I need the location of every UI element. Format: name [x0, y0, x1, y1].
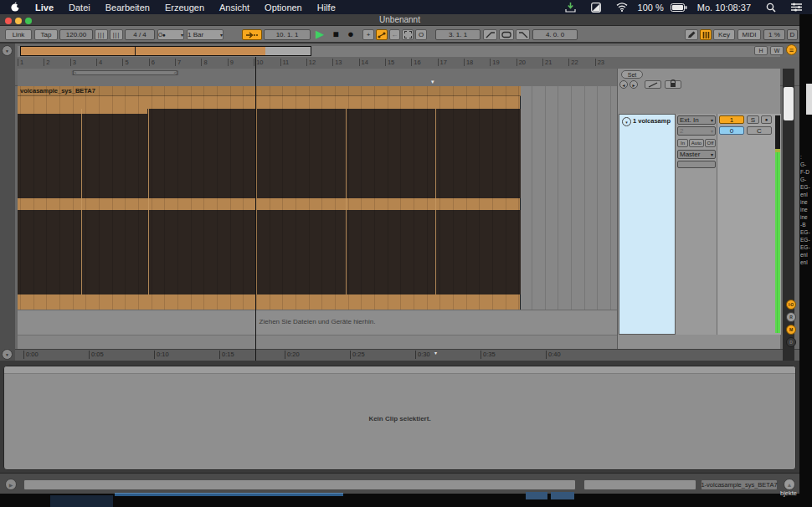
status-play-icon[interactable]: ▶: [5, 479, 17, 490]
loop-start-field[interactable]: 3. 1. 1: [435, 29, 481, 40]
draw-mode-button[interactable]: [685, 29, 698, 40]
spotlight-search-icon[interactable]: [766, 3, 776, 13]
midi-map-button[interactable]: MIDI: [737, 29, 761, 40]
reenable-automation-button[interactable]: ←: [389, 29, 400, 40]
apple-menu-icon[interactable]: [10, 2, 20, 13]
record-button[interactable]: ●: [344, 28, 357, 41]
stop-button[interactable]: ■: [329, 28, 342, 41]
monitor-off-button[interactable]: Off: [705, 139, 716, 147]
session-record-button[interactable]: O: [415, 29, 427, 40]
window-titlebar[interactable]: Unbenannt: [0, 14, 799, 26]
loop-brace[interactable]: ▷ ◁: [73, 70, 177, 75]
audio-clip[interactable]: volcasample_sys_BETA7: [18, 86, 521, 310]
menu-item-bearbeiten[interactable]: Bearbeiten: [105, 3, 150, 13]
punch-in-button[interactable]: [483, 29, 497, 40]
quantize-menu-button[interactable]: 1 Bar ▾: [187, 29, 224, 40]
lock-icon: [671, 83, 676, 87]
battery-percentage: 100 %: [638, 3, 664, 13]
display-menu-icon[interactable]: [591, 3, 601, 13]
show-delay-section-toggle[interactable]: D: [786, 337, 796, 347]
computer-midi-keyboard-button[interactable]: [700, 29, 712, 40]
show-browser-button[interactable]: ▼: [2, 45, 13, 56]
capture-selection-button[interactable]: [402, 29, 414, 40]
show-io-section-toggle[interactable]: I-O: [786, 300, 796, 310]
status-notification-icon[interactable]: ▲: [784, 479, 795, 490]
overdub-button[interactable]: +: [362, 29, 374, 40]
time-ruler[interactable]: ▾ 0:000:050:100:150:200:250:300:350:40: [15, 349, 799, 361]
output-chooser[interactable]: Master ▾: [677, 150, 716, 159]
desktop-bottom-strip: bjekte: [0, 494, 812, 507]
fade-toggle-button[interactable]: [645, 80, 661, 89]
download-status-icon[interactable]: [565, 3, 576, 13]
input-type-chooser[interactable]: Ext. In ▾: [677, 115, 716, 125]
key-map-button[interactable]: Key: [713, 29, 735, 40]
wifi-menu-icon[interactable]: [616, 3, 628, 12]
arrangement-position-field[interactable]: 10. 1. 1: [264, 29, 311, 40]
track-io-section: Ext. In ▾ 2 ▾ In Auto Off Master ▾: [676, 114, 717, 335]
menubar-clock[interactable]: Mo. 10:08:37: [697, 3, 751, 13]
play-button[interactable]: ▶: [313, 28, 326, 41]
zoom-width-button[interactable]: W: [770, 46, 784, 55]
desktop-text-line: -B: [800, 221, 812, 228]
track-volume-field[interactable]: 0: [719, 126, 744, 135]
drop-zone-lower[interactable]: [18, 335, 617, 349]
menu-item-datei[interactable]: Datei: [69, 3, 90, 13]
time-signature-field[interactable]: 4 / 4: [125, 29, 155, 40]
groove-amount-button[interactable]: O● ▾: [157, 29, 184, 40]
overview-viewport-box[interactable]: [20, 46, 311, 56]
nudge-up-button[interactable]: |||: [110, 29, 123, 40]
set-locator-button[interactable]: Set: [621, 70, 643, 79]
arrangement-view-toggle[interactable]: ≡: [786, 44, 797, 55]
next-locator-button[interactable]: ▸: [630, 80, 638, 89]
input-channel-chooser[interactable]: 2 ▾: [677, 126, 716, 136]
show-info-button[interactable]: ▼: [2, 349, 13, 360]
monitor-auto-button[interactable]: Auto: [689, 139, 704, 147]
tap-tempo-button[interactable]: Tap: [34, 29, 58, 40]
track-unfold-button[interactable]: ▾: [622, 117, 631, 126]
menu-item-ansicht[interactable]: Ansicht: [219, 3, 249, 13]
loop-switch-button[interactable]: [499, 29, 514, 40]
output-channel-box[interactable]: [677, 161, 716, 168]
follow-button[interactable]: [242, 29, 262, 40]
clip-transients: [18, 86, 521, 310]
clip-detail-panel[interactable]: Kein Clip selektiert.: [3, 366, 796, 470]
monitor-in-button[interactable]: In: [677, 139, 688, 147]
loop-length-field[interactable]: 4. 0. 0: [532, 29, 578, 40]
bar-ruler[interactable]: 1234567891011121314151617181920212223: [18, 58, 784, 67]
notification-center-icon[interactable]: [791, 3, 802, 12]
no-clip-message: Kein Clip selektiert.: [4, 415, 795, 422]
drop-zone[interactable]: Ziehen Sie Dateien und Geräte hierhin.: [18, 310, 617, 335]
arm-record-button[interactable]: ●: [761, 115, 772, 124]
start-marker-icon[interactable]: ▾: [431, 79, 434, 85]
previous-locator-button[interactable]: ◂: [619, 80, 628, 89]
arrangement-overview[interactable]: [18, 46, 780, 57]
automation-arm-button[interactable]: [376, 29, 388, 40]
time-label: 0:15: [219, 351, 234, 359]
bar-number: 12: [306, 59, 316, 66]
nudge-down-button[interactable]: |||: [95, 29, 108, 40]
menu-item-optionen[interactable]: Optionen: [265, 3, 302, 13]
solo-button[interactable]: S: [747, 115, 759, 124]
track-pan-field[interactable]: C: [747, 126, 772, 135]
show-mixer-section-toggle[interactable]: M: [786, 325, 796, 335]
scrollbar-thumb[interactable]: [784, 87, 794, 120]
current-clip-reference[interactable]: 1-volcasample_sys_BETA7: [701, 479, 778, 490]
menu-item-live[interactable]: Live: [35, 3, 54, 13]
desktop-text-line: enl: [800, 191, 812, 198]
loop-start-handle-icon[interactable]: ▷: [72, 69, 76, 76]
zoom-height-button[interactable]: H: [754, 46, 768, 55]
menu-item-hilfe[interactable]: Hilfe: [317, 3, 336, 13]
loop-end-handle-icon[interactable]: ◁: [174, 69, 178, 76]
track-activator-button[interactable]: 1: [719, 115, 744, 124]
arrangement-view: ▼ ▼ H W ≡ ||| 12345678910111213141516171…: [0, 44, 799, 361]
track-header[interactable]: ▾ 1 volcasamp: [619, 114, 676, 335]
menu-item-erzeugen[interactable]: Erzeugen: [165, 3, 204, 13]
desktop-text-line: ine: [800, 198, 812, 206]
input-type-value: Ext. In: [680, 116, 699, 124]
show-returns-section-toggle[interactable]: R: [786, 312, 796, 322]
tempo-field[interactable]: 120.00: [59, 29, 93, 40]
punch-out-button[interactable]: [516, 29, 530, 40]
lock-envelopes-button[interactable]: [665, 80, 681, 89]
link-button[interactable]: Link: [5, 29, 32, 40]
desktop-text-line: :: [800, 153, 812, 161]
